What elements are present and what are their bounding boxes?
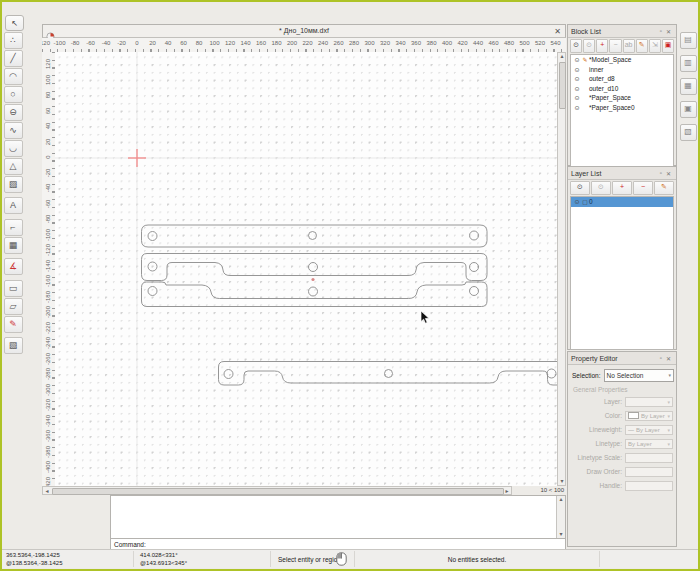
scroll-down-icon[interactable]: ▾	[558, 478, 566, 485]
drawing-canvas[interactable]	[55, 52, 557, 486]
command-history[interactable]: ▴ ▾	[110, 495, 566, 539]
v-scrollbar[interactable]: ▴ ▾	[557, 52, 566, 486]
v-scrollbar-thumb[interactable]	[559, 62, 566, 109]
layer-toolbar-button[interactable]: ⊙	[591, 181, 611, 195]
cad-tool-button[interactable]: ◡	[4, 140, 23, 157]
cad-tool-button[interactable]: ○	[4, 86, 23, 103]
close-panel-icon[interactable]: ✕	[664, 170, 673, 177]
part-outline[interactable]	[142, 225, 488, 247]
cad-tool-button[interactable]: A	[4, 197, 23, 214]
block-visibility-eye-icon[interactable]: ⊙	[573, 66, 581, 73]
hole-circle[interactable]	[470, 263, 479, 272]
cad-tool-button[interactable]: ▭	[4, 280, 23, 297]
menu-item[interactable]	[114, 7, 124, 9]
cad-tool-button[interactable]: ▱	[4, 298, 23, 315]
block-visibility-eye-icon[interactable]: ⊙	[573, 94, 581, 101]
block-toolbar-button[interactable]: +	[596, 39, 608, 53]
hole-circle[interactable]	[547, 369, 556, 378]
layer-toolbar-button[interactable]: ⊙	[570, 181, 590, 195]
log-scrollbar[interactable]: ▴ ▾	[556, 496, 565, 538]
block-visibility-eye-icon[interactable]: ⊙	[573, 104, 581, 111]
selection-pointer-button[interactable]: ↖	[5, 15, 24, 31]
layer-toolbar-button[interactable]: −	[633, 181, 653, 195]
panel-toggle-button[interactable]: ▣	[680, 101, 697, 118]
panel-toggle-button[interactable]: ▥	[680, 55, 697, 72]
property-field[interactable]: — By Layer ▾	[625, 425, 673, 435]
block-row[interactable]: ⊙ *Paper_Space0	[571, 103, 673, 113]
hole-circle[interactable]	[148, 232, 157, 241]
block-row[interactable]: ⊙ outer_d10	[571, 84, 673, 94]
menu-item[interactable]	[4, 7, 14, 9]
log-scroll-up-icon[interactable]: ▴	[557, 496, 565, 503]
cad-tool-button[interactable]: △	[4, 158, 23, 175]
property-field[interactable]: — By Layer ▾	[625, 411, 673, 421]
cad-tool-button[interactable]: ▨	[4, 176, 23, 193]
block-toolbar-button[interactable]: ▣	[662, 39, 674, 53]
property-field[interactable]: — ▾	[625, 467, 673, 477]
document-tab-bar[interactable]: * Дно_10мм.dxf ✕	[42, 24, 566, 38]
block-toolbar-button[interactable]: ⇲	[649, 39, 661, 53]
close-panel-icon[interactable]: ✕	[664, 28, 673, 35]
menu-item[interactable]	[124, 7, 134, 9]
log-scroll-down-icon[interactable]: ▾	[557, 531, 565, 538]
property-field[interactable]: — ▾	[625, 481, 673, 491]
block-row[interactable]: ⊙ *Paper_Space	[571, 93, 673, 103]
block-row[interactable]: ⊙ ✎ *Model_Space	[571, 55, 673, 65]
command-input[interactable]	[149, 540, 565, 548]
layer-lock-icon[interactable]: ▢	[581, 198, 589, 205]
block-visibility-eye-icon[interactable]: ⊙	[573, 75, 581, 82]
block-row[interactable]: ⊙ inner	[571, 65, 673, 75]
cad-tool-button[interactable]: ∴	[4, 32, 23, 49]
menu-item[interactable]	[24, 7, 34, 9]
menu-item[interactable]	[84, 7, 94, 9]
property-field[interactable]: — ▾	[625, 397, 673, 407]
cad-tool-button[interactable]: ▧	[4, 337, 23, 354]
block-visibility-eye-icon[interactable]: ⊙	[573, 85, 581, 92]
scroll-right-icon[interactable]: ▸	[503, 488, 511, 495]
cad-tool-button[interactable]: ∿	[4, 122, 23, 139]
cad-tool-button[interactable]: ⊖	[4, 104, 23, 121]
cad-tool-button[interactable]: ✎	[4, 316, 23, 333]
cad-tool-button[interactable]: ⌐	[4, 219, 23, 236]
block-visibility-eye-icon[interactable]: ⊙	[573, 56, 581, 63]
close-panel-icon[interactable]: ✕	[664, 355, 673, 362]
h-scrollbar[interactable]: ◂ ▸	[42, 486, 512, 495]
part-outline[interactable]	[219, 362, 558, 386]
cad-tool-button[interactable]: ╱	[4, 50, 23, 67]
hole-circle[interactable]	[470, 231, 479, 240]
layer-toolbar-button[interactable]: ✎	[654, 181, 674, 195]
cad-tool-button[interactable]: ▦	[4, 237, 23, 254]
menu-item[interactable]	[14, 7, 24, 9]
hole-circle[interactable]	[224, 370, 233, 379]
menu-item[interactable]	[74, 7, 84, 9]
hole-circle[interactable]	[148, 287, 157, 296]
hole-circle[interactable]	[309, 263, 318, 272]
scroll-up-icon[interactable]: ▴	[558, 53, 566, 60]
menu-item[interactable]	[134, 7, 144, 9]
layer-toolbar-button[interactable]: +	[612, 181, 632, 195]
property-field[interactable]: — ▾	[625, 453, 673, 463]
menu-item[interactable]	[44, 7, 54, 9]
h-scrollbar-thumb[interactable]	[52, 488, 504, 495]
block-toolbar-button[interactable]: ⊙	[583, 39, 595, 53]
menu-item[interactable]	[64, 7, 74, 9]
close-document-icon[interactable]: ✕	[554, 27, 561, 36]
block-toolbar-button[interactable]: −	[609, 39, 621, 53]
hole-circle[interactable]	[148, 262, 157, 271]
layer-row[interactable]: ⊙ ▢ 0	[571, 197, 673, 207]
hole-circle[interactable]	[385, 370, 393, 378]
hole-circle[interactable]	[309, 287, 318, 296]
menu-item[interactable]	[34, 7, 44, 9]
menu-item[interactable]	[54, 7, 64, 9]
panel-toggle-button[interactable]: ▧	[680, 124, 697, 141]
panel-toggle-button[interactable]: ▦	[680, 78, 697, 95]
layer-visibility-eye-icon[interactable]: ⊙	[573, 198, 581, 205]
menu-item[interactable]	[104, 7, 114, 9]
block-row[interactable]: ⊙ outer_d8	[571, 74, 673, 84]
scroll-left-icon[interactable]: ◂	[43, 488, 51, 495]
menu-item[interactable]	[94, 7, 104, 9]
block-toolbar-button[interactable]: ab	[623, 39, 635, 53]
panel-toggle-button[interactable]: ▤	[680, 32, 697, 49]
part-outline[interactable]	[142, 254, 488, 281]
cad-tool-button[interactable]: ∡	[4, 258, 23, 275]
